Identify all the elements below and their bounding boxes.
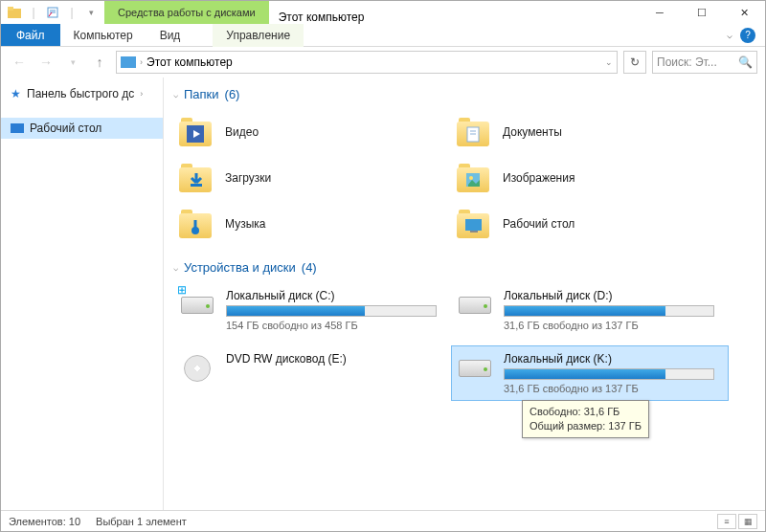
search-input[interactable]: Поиск: Эт... 🔍 <box>652 51 757 74</box>
folder-item[interactable]: Документы <box>451 109 729 155</box>
drive-free-text: 154 ГБ свободно из 458 ГБ <box>226 320 437 331</box>
nav-quick-access[interactable]: ★ Панель быстрого дс › <box>1 83 163 104</box>
search-placeholder: Поиск: Эт... <box>657 55 717 69</box>
ribbon-tab-manage[interactable]: Управление <box>213 24 304 47</box>
folder-label: Изображения <box>503 171 574 185</box>
hdd-icon: ⊞ <box>178 289 216 321</box>
svg-rect-10 <box>191 184 202 187</box>
drive-name: DVD RW дисковод (E:) <box>226 352 437 366</box>
address-bar[interactable]: › Этот компьютер ⌄ <box>116 51 618 74</box>
drive-item[interactable]: ⊞Локальный диск (C:)154 ГБ свободно из 4… <box>173 282 451 338</box>
group-folders-count: (6) <box>225 87 240 101</box>
group-folders-label: Папки <box>184 87 219 101</box>
qat-separator: | <box>26 5 41 20</box>
folder-item[interactable]: Загрузки <box>173 155 451 201</box>
hdd-icon <box>456 352 494 385</box>
folder-item[interactable]: Изображения <box>451 155 729 201</box>
ribbon-tab-computer[interactable]: Компьютер <box>60 24 146 46</box>
chevron-down-icon: ⌵ <box>173 90 178 100</box>
nav-pane: ★ Панель быстрого дс › Рабочий стол <box>1 78 164 510</box>
drive-item[interactable]: DVD RW дисковод (E:) <box>173 345 451 401</box>
ribbon-file-tab[interactable]: Файл <box>1 24 60 46</box>
drive-usage-bar <box>504 305 714 317</box>
ribbon-contextual-label: Средства работы с дисками <box>104 1 269 24</box>
drive-item[interactable]: Локальный диск (K:)31,6 ГБ свободно из 1… <box>451 345 729 401</box>
group-drives-label: Устройства и диски <box>184 260 296 275</box>
hdd-icon <box>456 289 494 321</box>
drive-name: Локальный диск (D:) <box>504 289 714 302</box>
desktop-icon <box>11 123 24 133</box>
address-text: Этот компьютер <box>146 55 233 69</box>
qat-chevron-down-icon[interactable]: ▾ <box>83 5 99 20</box>
nav-forward-button[interactable]: → <box>35 52 56 73</box>
nav-quick-access-label: Панель быстрого дс <box>27 87 134 100</box>
folder-item[interactable]: Рабочий стол <box>451 201 729 247</box>
svg-point-13 <box>192 227 199 234</box>
qat-separator: | <box>64 5 79 20</box>
chevron-right-icon: › <box>140 89 143 99</box>
star-icon: ★ <box>11 87 21 100</box>
drive-usage-bar <box>504 368 714 380</box>
minimize-button[interactable]: ─ <box>639 1 681 24</box>
folder-icon <box>455 207 493 241</box>
folder-item[interactable]: Видео <box>173 109 451 155</box>
nav-history-chevron-icon[interactable]: ▾ <box>62 52 83 73</box>
help-icon[interactable]: ? <box>740 28 755 43</box>
nav-desktop-label: Рабочий стол <box>30 122 101 135</box>
chevron-right-icon: › <box>140 57 143 67</box>
svg-rect-14 <box>465 219 482 231</box>
nav-desktop[interactable]: Рабочий стол <box>1 118 163 139</box>
svg-rect-15 <box>470 231 478 233</box>
qat-properties-icon[interactable] <box>45 5 60 20</box>
folder-icon <box>177 161 215 195</box>
dvd-icon <box>178 352 216 385</box>
svg-rect-1 <box>8 7 13 11</box>
drive-usage-bar <box>226 305 437 317</box>
folder-icon <box>455 161 493 195</box>
address-bar-row: ← → ▾ ↑ › Этот компьютер ⌄ ↻ Поиск: Эт..… <box>1 47 765 78</box>
chevron-down-icon: ⌵ <box>173 263 178 273</box>
explorer-icon <box>7 5 22 20</box>
folder-label: Загрузки <box>225 171 271 185</box>
folder-label: Документы <box>503 125 562 139</box>
folder-icon <box>455 115 493 149</box>
ribbon: Файл Компьютер Вид Управление ⌵ ? <box>1 24 765 47</box>
tooltip: Свободно: 31,6 ГБ Общий размер: 137 ГБ <box>522 400 649 438</box>
svg-point-12 <box>469 176 473 180</box>
ribbon-tab-view[interactable]: Вид <box>146 24 194 46</box>
view-icons-button[interactable]: ▦ <box>738 514 757 529</box>
close-button[interactable]: ✕ <box>723 1 765 24</box>
folder-item[interactable]: Музыка <box>173 201 451 247</box>
refresh-button[interactable]: ↻ <box>623 51 646 74</box>
body: ★ Панель быстрого дс › Рабочий стол ⌵ Па… <box>1 78 765 510</box>
tooltip-total: Общий размер: 137 ГБ <box>529 419 642 433</box>
drive-free-text: 31,6 ГБ свободно из 137 ГБ <box>504 383 714 394</box>
this-pc-icon <box>121 56 136 68</box>
nav-back-button[interactable]: ← <box>9 52 30 73</box>
folder-icon <box>177 115 215 149</box>
window-title: Этот компьютер <box>269 11 374 24</box>
drive-name: Локальный диск (C:) <box>226 289 437 302</box>
status-item-count: Элементов: 10 <box>9 516 80 527</box>
group-header-folders[interactable]: ⌵ Папки (6) <box>164 83 765 105</box>
nav-up-button[interactable]: ↑ <box>89 52 110 73</box>
address-chevron-down-icon[interactable]: ⌄ <box>605 57 613 67</box>
folder-icon <box>177 207 215 241</box>
ribbon-collapse-icon[interactable]: ⌵ <box>727 30 732 40</box>
group-header-drives[interactable]: ⌵ Устройства и диски (4) <box>164 256 765 278</box>
group-drives-count: (4) <box>302 260 317 275</box>
view-details-button[interactable]: ≡ <box>717 514 736 529</box>
title-bar: | | ▾ Средства работы с дисками Этот ком… <box>1 1 765 24</box>
folder-label: Рабочий стол <box>503 217 574 231</box>
drive-free-text: 31,6 ГБ свободно из 137 ГБ <box>504 320 714 331</box>
search-icon: 🔍 <box>738 55 753 69</box>
drive-item[interactable]: Локальный диск (D:)31,6 ГБ свободно из 1… <box>451 282 729 338</box>
folder-label: Видео <box>225 125 259 139</box>
maximize-button[interactable]: ☐ <box>681 1 723 24</box>
quick-access-toolbar: | | ▾ <box>1 1 104 24</box>
drive-name: Локальный диск (K:) <box>504 352 714 366</box>
status-bar: Элементов: 10 Выбран 1 элемент ≡ ▦ <box>1 510 765 531</box>
folder-label: Музыка <box>225 217 265 231</box>
status-selected: Выбран 1 элемент <box>96 516 187 527</box>
content-pane: ⌵ Папки (6) ВидеоДокументыЗагрузкиИзобра… <box>164 78 765 510</box>
